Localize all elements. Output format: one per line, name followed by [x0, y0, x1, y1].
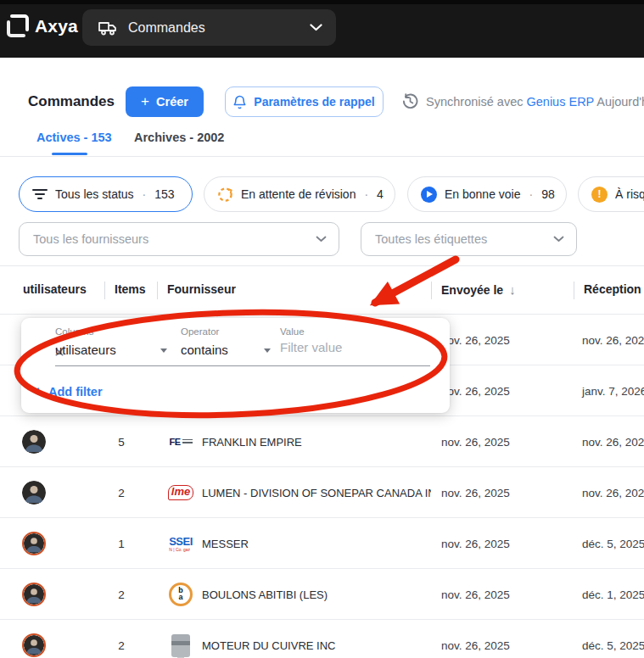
columns-field-label: Columns — [55, 326, 93, 337]
sent-date-cell: nov. 26, 2025 — [441, 365, 510, 416]
supplier-name: MOTEUR DU CUIVRE INC — [202, 639, 335, 652]
supplier-name: BOULONS ABITIBI (LES) — [202, 588, 328, 601]
select-arrow-icon[interactable] — [160, 349, 167, 353]
module-switcher[interactable]: Commandes — [82, 9, 336, 46]
lumen-logo: lme — [166, 477, 195, 508]
truck-icon — [98, 20, 118, 36]
supplier-cell: baBOULONS ABITIBI (LES) — [166, 569, 431, 620]
select-arrow-icon[interactable] — [264, 349, 271, 353]
tab-indicator — [52, 153, 87, 155]
sent-date-cell: nov. 26, 2025 — [441, 416, 510, 467]
tab-actives[interactable]: Actives - 153 — [36, 131, 112, 144]
operator-field-label: Operator — [181, 326, 219, 337]
chip-label: À risque — [615, 187, 644, 201]
on-track-icon — [421, 187, 437, 203]
field-underline — [55, 365, 430, 366]
supplier-filter-select[interactable]: Tous les fournisseurs — [19, 222, 339, 256]
column-divider — [157, 282, 158, 299]
sync-icon — [402, 93, 418, 109]
chip-label: En bonne voie — [445, 187, 521, 201]
create-button[interactable]: + Créer — [126, 86, 204, 117]
chevron-down-icon — [316, 236, 327, 243]
items-count-cell: 2 — [104, 569, 138, 620]
chip-label: En attente de révision — [241, 187, 356, 201]
operator-select[interactable]: contains — [181, 343, 228, 357]
tags-filter-value: Toutes les étiquettes — [375, 232, 553, 246]
messer-logo: SSEIN | Co. gaz — [166, 528, 195, 559]
sync-text: Synchronisé avec Genius ERP Aujourd'hui — [426, 95, 644, 109]
page-title: Commandes — [28, 93, 115, 110]
status-chip-on-track[interactable]: En bonne voie · 98 — [407, 176, 567, 212]
moteur-logo — [166, 630, 195, 658]
table-row[interactable]: 2lmeLUMEN - DIVISION OF SONEPAR CANADA I… — [0, 467, 644, 518]
boulons-logo: ba — [166, 579, 195, 610]
commandes-page: Axya Commandes Commandes + Créer Paramèt… — [0, 0, 644, 658]
reception-date-cell: nov. 26, 2025 — [582, 315, 644, 365]
items-count-cell: 2 — [104, 620, 138, 658]
reminder-settings-label: Paramètres de rappel — [254, 95, 374, 109]
table-row[interactable]: 1SSEIN | Co. gazMESSERnov. 26, 2025déc. … — [0, 518, 644, 569]
add-filter-label: Add filter — [48, 385, 103, 399]
table-row[interactable]: 2MOTEUR DU CUIVRE INCnov. 26, 2025déc. 5… — [0, 620, 644, 658]
status-chip-pending-review[interactable]: En attente de révision · 4 — [204, 176, 395, 212]
chip-count: 4 — [377, 187, 384, 201]
chevron-down-icon — [553, 236, 564, 243]
sync-status: Synchronisé avec Genius ERP Aujourd'hui — [402, 93, 644, 109]
supplier-name: FRANKLIN EMPIRE — [202, 436, 302, 449]
tags-filter-select[interactable]: Toutes les étiquettes — [361, 222, 577, 256]
status-chip-at-risk[interactable]: ! À risque — [578, 176, 644, 212]
reminder-settings-button[interactable]: Paramètres de rappel — [225, 86, 384, 117]
brand-name: Axya — [35, 16, 78, 36]
chip-separator: · — [364, 187, 368, 201]
column-header-reception[interactable]: Réception requise — [584, 282, 644, 296]
module-switcher-label: Commandes — [128, 20, 205, 36]
reception-date-cell: déc. 1, 2025 — [582, 569, 644, 620]
column-header-items[interactable]: Items — [115, 282, 146, 296]
chip-count: 153 — [154, 187, 174, 201]
supplier-name: MESSER — [202, 538, 249, 550]
reception-date-cell: nov. 26, 2025 — [582, 416, 644, 467]
supplier-cell: MOTEUR DU CUIVRE INC — [166, 620, 431, 658]
supplier-cell: FEFRANKLIN EMPIRE — [166, 416, 431, 467]
chip-label: Tous les status — [55, 187, 134, 201]
sent-date-cell: nov. 26, 2025 — [441, 620, 510, 658]
column-header-users[interactable]: utilisateurs — [23, 282, 87, 296]
filter-value-input[interactable] — [280, 340, 433, 354]
add-filter-button[interactable]: + Add filter — [34, 383, 103, 400]
items-count-cell: 5 — [104, 416, 138, 467]
user-avatar — [22, 583, 46, 606]
user-avatar — [22, 481, 46, 505]
reception-date-cell: janv. 7, 2026 — [582, 365, 644, 416]
table-header: utilisateurs Items Fournisseur Envoyée l… — [0, 266, 644, 315]
create-button-label: Créer — [156, 95, 188, 109]
tab-archives[interactable]: Archives - 2002 — [134, 131, 224, 144]
reception-date-cell: déc. 5, 2025 — [582, 620, 644, 658]
pending-review-icon — [217, 187, 233, 203]
sort-desc-icon: ↓ — [509, 282, 516, 297]
status-chip-all[interactable]: Tous les status · 153 — [19, 176, 193, 212]
user-avatar — [22, 532, 46, 555]
value-field-label: Value — [280, 326, 305, 337]
user-avatar — [22, 633, 46, 657]
supplier-name: LUMEN - DIVISION OF SONEPAR CANADA INC — [202, 487, 431, 499]
user-avatar — [22, 430, 46, 454]
items-count-cell: 1 — [104, 518, 138, 569]
erp-link[interactable]: Genius ERP — [526, 95, 594, 109]
column-header-sent[interactable]: Envoyée le↓ — [441, 282, 516, 297]
table-row[interactable]: 2baBOULONS ABITIBI (LES)nov. 26, 2025déc… — [0, 569, 644, 620]
supplier-cell: SSEIN | Co. gazMESSER — [166, 518, 431, 569]
table-row[interactable]: 5FEFRANKLIN EMPIREnov. 26, 2025nov. 26, … — [0, 416, 644, 467]
columns-select[interactable]: utilisateurs — [55, 343, 116, 357]
brand-logo: Axya — [7, 14, 78, 37]
sent-date-cell: nov. 26, 2025 — [441, 467, 510, 518]
topbar: Axya Commandes — [0, 0, 644, 58]
column-header-supplier[interactable]: Fournisseur — [167, 282, 236, 296]
chip-count: 98 — [541, 187, 555, 201]
reception-date-cell: déc. 5, 2025 — [582, 518, 644, 569]
franklin-empire-logo: FE — [166, 427, 195, 457]
filter-icon — [32, 188, 48, 200]
sent-date-cell: nov. 26, 2025 — [441, 315, 510, 365]
reception-date-cell: nov. 26, 2025 — [582, 467, 644, 518]
column-divider — [431, 282, 432, 299]
topbar-strip — [0, 0, 644, 4]
